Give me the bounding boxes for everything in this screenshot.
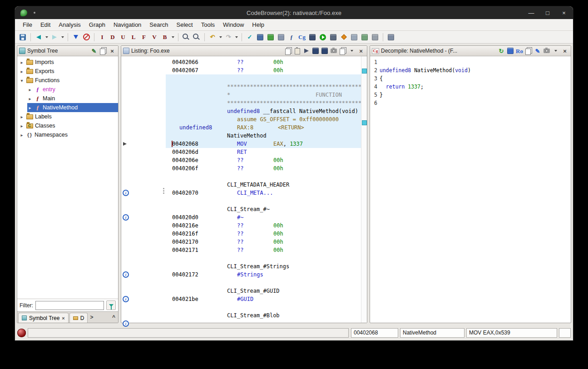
bytes-viewer-icon[interactable] <box>255 32 265 42</box>
menu-tools[interactable]: Tools <box>197 20 219 30</box>
listing-row[interactable]: 0040206f??00h <box>166 164 361 172</box>
field-options-icon[interactable] <box>339 47 347 55</box>
run-script-icon[interactable] <box>318 32 328 42</box>
text-search-icon[interactable] <box>192 32 202 42</box>
listing-row[interactable]: 00402066??00h <box>166 58 361 66</box>
copy-icon[interactable] <box>284 47 292 55</box>
call-graph-icon[interactable] <box>307 32 317 42</box>
info-icon[interactable]: i <box>123 296 129 302</box>
sidebar-item-nativemethod[interactable]: ▸ƒNativeMethod <box>17 103 118 112</box>
listing-row[interactable] <box>166 320 361 323</box>
listing-row[interactable] <box>166 74 361 83</box>
cursor-location-icon[interactable] <box>302 47 311 55</box>
listing-row[interactable]: CLI_Stream_#~ <box>166 205 361 213</box>
titlebar[interactable]: CodeBrowser(2): nativeaot:/Foo.exe — □ × <box>15 6 573 19</box>
nav-forward-dropdown-icon[interactable] <box>60 32 65 42</box>
script-manager-icon[interactable] <box>266 32 276 42</box>
chevron-right-icon[interactable]: ▸ <box>19 69 25 74</box>
listing-row[interactable]: 00402067??00h <box>166 66 361 74</box>
listing-row[interactable]: CLI_METADATA_HEADER <box>166 181 361 189</box>
memory-map-icon[interactable] <box>360 32 370 42</box>
diff-view-icon[interactable] <box>321 47 329 55</box>
function-graph-icon[interactable]: ƒ <box>287 32 296 42</box>
redo-dropdown-icon[interactable] <box>234 32 239 42</box>
data-type-manager-icon[interactable] <box>276 32 286 42</box>
decompile-panel-header[interactable]: Cg Decompile: NativeMethod - (F... ↻Ro✎× <box>370 46 571 56</box>
analysis-check-icon[interactable]: ✓ <box>245 32 255 42</box>
scrollbar-selection-mark[interactable] <box>362 120 367 125</box>
defined-strings-icon[interactable] <box>349 32 359 42</box>
snapshot-view-icon[interactable] <box>311 47 320 55</box>
filter-input[interactable] <box>35 301 104 310</box>
refresh-icon[interactable]: ↻ <box>497 47 505 55</box>
sidebar-item-namespaces[interactable]: ▸{}Namespaces <box>17 130 118 139</box>
decompile-line[interactable]: 6 <box>370 99 571 107</box>
chevron-right-icon[interactable]: ▸ <box>27 96 33 101</box>
listing-row[interactable]: CLI_Stream_#Blob <box>166 311 361 320</box>
listing-body[interactable]: iiiii 00402066??00h00402067??00h********… <box>121 56 367 323</box>
chevron-down-icon[interactable]: ▾ <box>19 78 25 83</box>
paste-icon[interactable] <box>293 47 301 55</box>
nav-back-dropdown-icon[interactable] <box>44 32 49 42</box>
nav-instruction-icon[interactable]: I <box>97 32 107 42</box>
rename-icon[interactable]: Ro <box>515 47 524 55</box>
nav-nonflow-icon[interactable]: V <box>149 32 159 42</box>
listing-row[interactable] <box>166 303 361 311</box>
graph-icon[interactable] <box>506 47 514 55</box>
nav-function-icon[interactable]: F <box>139 32 149 42</box>
close-button[interactable]: × <box>560 10 568 16</box>
menu-navigation[interactable]: Navigation <box>109 20 145 30</box>
menu-help[interactable]: Help <box>248 20 268 30</box>
symbol-tree[interactable]: ▸Imports▸Exports▾Functions▸ƒentry▸ƒMain▸… <box>17 56 118 299</box>
nav-marker-dropdown-icon[interactable] <box>170 32 175 42</box>
undo-dropdown-icon[interactable] <box>218 32 223 42</box>
symbol-tree-panel-header[interactable]: Symbol Tree ✎× <box>17 46 118 56</box>
listing-row[interactable]: 00402171??00h <box>166 246 361 254</box>
nav-data-icon[interactable]: D <box>108 32 118 42</box>
shared-project-icon[interactable] <box>386 32 396 42</box>
snapshot-icon[interactable] <box>99 47 107 55</box>
close-icon[interactable]: × <box>561 47 569 55</box>
listing-row[interactable]: 0040206e??00h <box>166 156 361 164</box>
edit-icon[interactable]: ✎ <box>534 47 542 55</box>
sidebar-item-main[interactable]: ▸ƒMain <box>17 94 118 103</box>
maximize-button[interactable]: □ <box>544 10 551 16</box>
snapshot-camera-icon[interactable] <box>543 47 551 55</box>
listing-scrollbar[interactable] <box>361 56 367 323</box>
decompile-line[interactable]: 2undefined8 NativeMethod(void) <box>370 66 571 74</box>
listing-row[interactable]: NativeMethod <box>166 132 361 140</box>
decompiler-icon[interactable]: Cg <box>297 32 307 42</box>
goto-icon[interactable] <box>71 32 81 42</box>
decompile-line[interactable]: 3{ <box>370 74 571 83</box>
menu-graph[interactable]: Graph <box>85 20 109 30</box>
tab-data-type-manager[interactable]: D <box>69 313 88 323</box>
listing-row[interactable]: 00402172#Strings <box>166 271 361 279</box>
listing-row[interactable]: CLI_Stream_#GUID <box>166 287 361 295</box>
nav-label-icon[interactable]: L <box>128 32 138 42</box>
chevron-right-icon[interactable]: ▸ <box>19 133 25 138</box>
chevron-right-icon[interactable]: ▸ <box>27 87 33 92</box>
listing-row[interactable]: 0040206dRET <box>166 148 361 156</box>
chevron-right-icon[interactable]: ▸ <box>19 123 25 128</box>
scrollbar-selection-mark[interactable] <box>362 69 367 74</box>
info-icon[interactable]: i <box>123 320 129 327</box>
listing-row[interactable]: assume GS_OFFSET = 0xff00000000 <box>166 115 361 123</box>
chevron-right-icon[interactable]: ▸ <box>19 114 25 119</box>
listing-row[interactable]: 00402068MOVEAX, 1337 <box>166 140 361 148</box>
decompile-line[interactable]: 4 return 1337; <box>370 83 571 91</box>
chevron-right-icon[interactable]: ▸ <box>27 105 33 110</box>
sidebar-item-exports[interactable]: ▸Exports <box>17 67 118 76</box>
menu-window[interactable]: Window <box>219 20 248 30</box>
save-icon[interactable] <box>18 32 28 42</box>
nav-bookmark-icon[interactable]: B <box>160 32 170 42</box>
tab-symbol-tree[interactable]: Symbol Tree × <box>18 313 69 323</box>
redo-icon[interactable]: ↷ <box>223 32 233 42</box>
listing-row[interactable]: ****************************************… <box>166 83 361 91</box>
nav-forward-icon[interactable] <box>49 32 59 42</box>
sidebar-item-labels[interactable]: ▸Labels <box>17 112 118 121</box>
minimize-button[interactable]: — <box>528 10 535 16</box>
tab-scroll-right-icon[interactable]: > <box>89 314 94 320</box>
clear-code-icon[interactable] <box>81 32 91 42</box>
register-values-icon[interactable] <box>370 32 380 42</box>
listing-row[interactable]: 0040216f??00h <box>166 230 361 238</box>
